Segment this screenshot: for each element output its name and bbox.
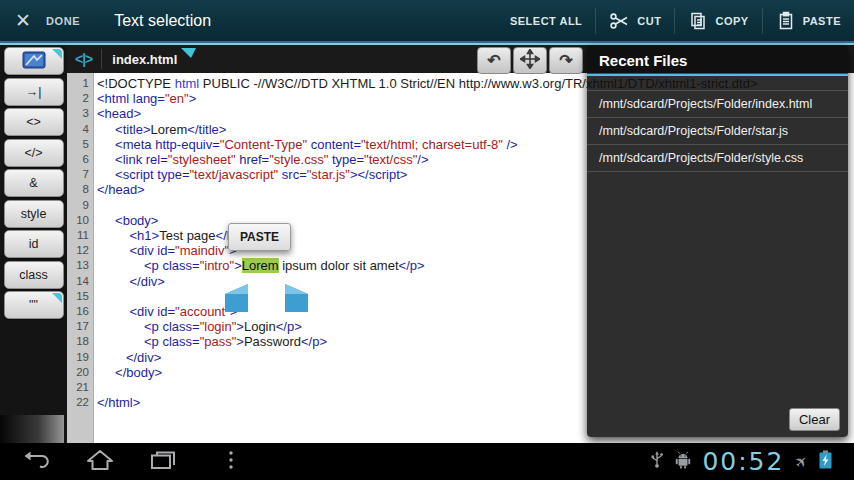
sidebar-button-label: <>	[26, 115, 41, 129]
sidebar-button-label: ""	[29, 298, 38, 312]
sidebar-button-close-tag[interactable]: </>	[4, 139, 64, 167]
line-number: 20	[67, 365, 89, 380]
clipboard-icon	[776, 11, 796, 31]
line-number: 17	[67, 319, 89, 334]
code-segment: <!DOCTYPE	[97, 76, 175, 91]
sidebar-button-tab[interactable]: →|	[4, 78, 64, 106]
long-press-flag-icon	[52, 293, 62, 303]
selected-text[interactable]: Lorem	[242, 258, 279, 273]
cut-button[interactable]: CUT	[596, 0, 674, 41]
tab-filename[interactable]: index.html	[112, 52, 177, 67]
sidebar-button-angle-brackets[interactable]: <>	[4, 108, 64, 136]
code-segment: />	[417, 152, 428, 167]
status-cluster: 00:52 ✈	[650, 443, 832, 480]
code-segment: </p>	[301, 334, 327, 349]
code-segment: "star.js"	[307, 167, 350, 182]
select-all-button[interactable]: SELECT ALL	[497, 0, 595, 41]
back-button[interactable]	[23, 449, 51, 475]
sidebar-button-style[interactable]: style	[4, 200, 64, 228]
code-segment: </body>	[115, 365, 162, 380]
copy-button[interactable]: COPY	[675, 0, 761, 41]
home-button[interactable]	[86, 449, 114, 475]
code-segment: Test page	[159, 228, 215, 243]
code-segment	[97, 274, 130, 289]
done-button[interactable]: DONE	[46, 15, 80, 27]
line-number: 19	[67, 350, 89, 365]
adb-android-icon	[675, 451, 691, 473]
code-segment: <h1>	[130, 228, 160, 243]
sidebar-button-label: style	[21, 207, 47, 221]
system-nav-bar: 00:52 ✈	[0, 443, 854, 480]
line-number: 18	[67, 334, 89, 349]
code-segment	[97, 319, 144, 334]
code-tab-icon: <|>	[67, 51, 101, 67]
line-number: 9	[67, 198, 89, 213]
sidebar-button-id[interactable]: id	[4, 230, 64, 258]
long-press-flag-icon	[52, 49, 62, 59]
code-segment	[97, 365, 115, 380]
divider	[101, 49, 102, 69]
line-number: 22	[67, 395, 89, 410]
sidebar-button-ampersand[interactable]: &	[4, 169, 64, 197]
line-number: 4	[67, 122, 89, 137]
action-bar-actions: SELECT ALL CUT COPY	[497, 0, 854, 41]
code-segment: >	[236, 334, 244, 349]
line-number: 15	[67, 289, 89, 304]
action-bar: ✕ DONE Text selection SELECT ALL CUT	[0, 0, 854, 41]
code-segment: "login"	[200, 319, 237, 334]
code-segment: html	[175, 76, 200, 91]
code-segment: <div id=	[130, 304, 176, 319]
code-segment: "text/css"	[364, 152, 417, 167]
code-segment: <html lang=	[97, 91, 165, 106]
code-segment: >	[236, 319, 244, 334]
code-segment: content=	[307, 137, 361, 152]
clear-button[interactable]: Clear	[789, 408, 840, 431]
copy-icon	[688, 11, 708, 31]
selection-handle-right-icon[interactable]	[284, 284, 308, 316]
code-segment: "text/javascript"	[190, 167, 279, 182]
paste-button[interactable]: PASTE	[763, 0, 854, 41]
code-segment: "maindiv"	[175, 243, 229, 258]
image-icon	[22, 51, 46, 72]
code-segment: <p class=	[144, 319, 200, 334]
editor-quick-buttons: ↶ ↷	[477, 47, 583, 74]
recent-file-item[interactable]: /mnt/sdcard/Projects/Folder/index.html	[587, 90, 848, 118]
recent-file-item[interactable]: /mnt/sdcard/Projects/Folder/star.js	[587, 118, 848, 145]
sidebar-button-class[interactable]: class	[4, 261, 64, 289]
line-number: 5	[67, 137, 89, 152]
line-numbers: 12345678910111213141516171819202122	[67, 73, 94, 443]
line-number: 8	[67, 182, 89, 197]
code-segment	[97, 122, 115, 137]
code-segment: Lorem	[150, 122, 187, 137]
selection-handle-left-icon[interactable]	[225, 284, 249, 316]
dialog-accent-line	[587, 74, 848, 76]
code-segment: Login	[244, 319, 276, 334]
menu-overflow-icon[interactable]	[228, 449, 234, 475]
code-segment: </p>	[276, 319, 302, 334]
code-segment: type=	[328, 152, 364, 167]
recent-apps-button[interactable]	[149, 449, 177, 475]
code-segment: </title>	[187, 122, 226, 137]
sidebar-button-image[interactable]	[4, 47, 64, 75]
move-button[interactable]	[513, 47, 547, 74]
code-segment	[97, 137, 115, 152]
code-segment	[97, 334, 144, 349]
redo-button[interactable]: ↷	[549, 47, 583, 74]
sidebar-button-label: class	[19, 268, 47, 282]
sidebar-button-label: </>	[24, 146, 42, 160]
sidebar-button-quotes[interactable]: ""	[4, 291, 64, 319]
redo-icon: ↷	[559, 51, 572, 70]
airplane-mode-icon: ✈	[791, 451, 813, 473]
code-segment: <div id=	[130, 243, 176, 258]
code-segment	[97, 198, 101, 213]
status-clock[interactable]: 00:52	[702, 447, 784, 476]
paste-popup-button[interactable]: PASTE	[228, 223, 291, 251]
line-number: 14	[67, 274, 89, 289]
code-segment	[97, 258, 144, 273]
screen: ✕ DONE Text selection SELECT ALL CUT	[0, 0, 854, 480]
recent-file-item[interactable]: /mnt/sdcard/Projects/Folder/style.css	[587, 145, 848, 172]
undo-button[interactable]: ↶	[477, 47, 511, 74]
copy-label: COPY	[715, 15, 748, 27]
line-number: 10	[67, 213, 89, 228]
close-icon[interactable]: ✕	[0, 9, 46, 32]
